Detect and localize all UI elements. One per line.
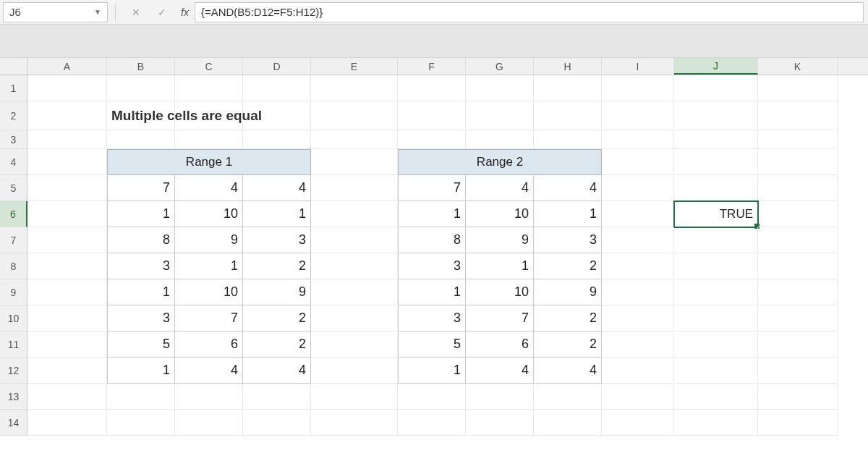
- cell[interactable]: [107, 384, 175, 410]
- col-header-I[interactable]: I: [602, 58, 674, 75]
- cell[interactable]: [311, 130, 398, 149]
- cell[interactable]: [27, 279, 107, 305]
- cell[interactable]: [243, 410, 311, 436]
- cell[interactable]: [311, 201, 398, 227]
- table-cell[interactable]: 4: [243, 175, 311, 201]
- cell[interactable]: [602, 149, 674, 175]
- cell[interactable]: [311, 384, 398, 410]
- row-header-10[interactable]: 10: [0, 305, 27, 332]
- table-cell[interactable]: 6: [175, 332, 243, 358]
- table-cell[interactable]: 1: [398, 279, 466, 305]
- cell[interactable]: [674, 149, 758, 175]
- table-cell[interactable]: 7: [398, 175, 466, 201]
- cell[interactable]: [758, 75, 838, 101]
- table-cell[interactable]: 3: [107, 305, 175, 332]
- row-header-12[interactable]: 12: [0, 358, 27, 384]
- cell[interactable]: [674, 101, 758, 130]
- cancel-icon[interactable]: ✕: [127, 4, 145, 21]
- chevron-down-icon[interactable]: ▼: [94, 8, 101, 16]
- table-cell[interactable]: 5: [398, 332, 466, 358]
- cell[interactable]: [27, 149, 107, 175]
- table-cell[interactable]: 3: [107, 253, 175, 279]
- cell[interactable]: [27, 201, 107, 227]
- row-header-13[interactable]: 13: [0, 384, 27, 410]
- range1-header[interactable]: [107, 149, 175, 175]
- cell[interactable]: [602, 332, 674, 358]
- cell[interactable]: [602, 130, 674, 149]
- table-cell[interactable]: 4: [466, 175, 534, 201]
- cell[interactable]: [243, 130, 311, 149]
- fx-icon[interactable]: fx: [181, 7, 189, 18]
- cell[interactable]: [27, 175, 107, 201]
- cell[interactable]: [311, 227, 398, 253]
- table-cell[interactable]: 2: [534, 332, 602, 358]
- cell[interactable]: [466, 130, 534, 149]
- cell[interactable]: [27, 227, 107, 253]
- col-header-D[interactable]: D: [243, 58, 311, 75]
- cell[interactable]: [311, 253, 398, 279]
- table-cell[interactable]: 1: [107, 358, 175, 384]
- table-cell[interactable]: 5: [107, 332, 175, 358]
- table-cell[interactable]: 10: [466, 279, 534, 305]
- row-header-1[interactable]: 1: [0, 75, 27, 101]
- table-cell[interactable]: 1: [534, 201, 602, 227]
- spreadsheet-grid[interactable]: A B C D E F G H I J K 1: [0, 58, 868, 456]
- table-cell[interactable]: 7: [175, 305, 243, 332]
- cell[interactable]: [398, 410, 466, 436]
- cell[interactable]: [674, 332, 758, 358]
- cell[interactable]: [602, 101, 674, 130]
- table-cell[interactable]: 6: [466, 332, 534, 358]
- cell[interactable]: [758, 130, 838, 149]
- table-cell[interactable]: 2: [534, 253, 602, 279]
- row-header-14[interactable]: 14: [0, 410, 27, 436]
- row-header-9[interactable]: 9: [0, 279, 27, 305]
- table-cell[interactable]: 10: [466, 201, 534, 227]
- col-header-J[interactable]: J: [674, 58, 758, 75]
- cell[interactable]: [175, 384, 243, 410]
- table-cell[interactable]: 2: [243, 305, 311, 332]
- cell[interactable]: [311, 279, 398, 305]
- table-cell[interactable]: 4: [466, 358, 534, 384]
- cell[interactable]: [602, 384, 674, 410]
- col-header-C[interactable]: C: [175, 58, 243, 75]
- table-cell[interactable]: 10: [175, 201, 243, 227]
- cell[interactable]: [602, 305, 674, 332]
- cell[interactable]: [27, 101, 107, 130]
- cell[interactable]: [398, 75, 466, 101]
- cell[interactable]: [674, 227, 758, 253]
- col-header-K[interactable]: K: [758, 58, 838, 75]
- col-header-H[interactable]: H: [534, 58, 602, 75]
- table-cell[interactable]: 9: [466, 227, 534, 253]
- table-cell[interactable]: 9: [534, 279, 602, 305]
- cell[interactable]: [674, 279, 758, 305]
- col-header-B[interactable]: B: [107, 58, 175, 75]
- cell[interactable]: [311, 101, 398, 130]
- cell[interactable]: [674, 130, 758, 149]
- table-cell[interactable]: 1: [398, 201, 466, 227]
- table-cell[interactable]: 7: [466, 305, 534, 332]
- row-header-2[interactable]: 2: [0, 101, 27, 130]
- page-title[interactable]: Multiple cells are equal: [107, 101, 175, 130]
- table-cell[interactable]: 4: [175, 358, 243, 384]
- cell[interactable]: [27, 410, 107, 436]
- cell[interactable]: [674, 384, 758, 410]
- table-cell[interactable]: 4: [175, 175, 243, 201]
- table-cell[interactable]: 9: [175, 227, 243, 253]
- table-cell[interactable]: 3: [398, 305, 466, 332]
- range2-header-label[interactable]: Range 2: [466, 149, 534, 175]
- cell[interactable]: [311, 358, 398, 384]
- table-cell[interactable]: 8: [107, 227, 175, 253]
- cell[interactable]: [602, 75, 674, 101]
- table-cell[interactable]: 2: [243, 332, 311, 358]
- table-cell[interactable]: 4: [534, 358, 602, 384]
- cell[interactable]: [602, 358, 674, 384]
- row-header-4[interactable]: 4: [0, 149, 27, 175]
- cell[interactable]: [466, 410, 534, 436]
- cell[interactable]: [534, 130, 602, 149]
- cell[interactable]: [758, 149, 838, 175]
- cell[interactable]: [758, 410, 838, 436]
- cell[interactable]: [175, 410, 243, 436]
- cell[interactable]: [758, 101, 838, 130]
- cell[interactable]: [243, 384, 311, 410]
- cell[interactable]: [602, 175, 674, 201]
